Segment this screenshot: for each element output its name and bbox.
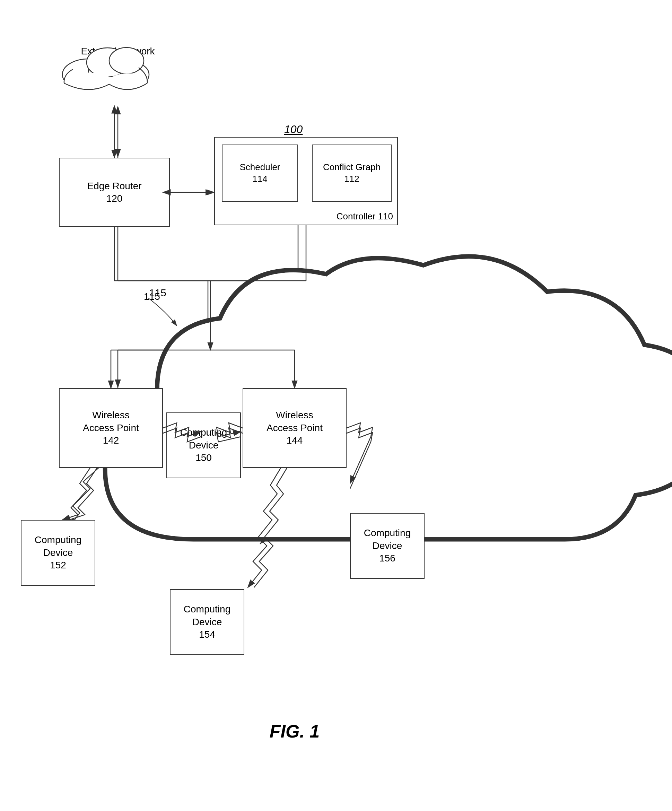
wap142-node: Wireless Access Point 142 bbox=[59, 388, 163, 468]
edge-router-number: 120 bbox=[106, 192, 123, 205]
figure-label: FIG. 1 bbox=[225, 721, 364, 742]
edge-router-node: Edge Router 120 bbox=[59, 158, 170, 227]
scheduler-label: Scheduler bbox=[239, 161, 280, 173]
cd156-number: 156 bbox=[379, 552, 395, 565]
cd152-number: 152 bbox=[50, 559, 66, 572]
cd154-number: 154 bbox=[199, 628, 215, 641]
wap144-node: Wireless Access Point 144 bbox=[243, 388, 346, 468]
conflict-graph-label: Conflict Graph bbox=[323, 161, 380, 173]
external-network-node: External Network 130 bbox=[52, 28, 184, 114]
scheduler-node: Scheduler 114 bbox=[222, 144, 298, 202]
conflict-graph-node: Conflict Graph 112 bbox=[312, 144, 392, 202]
cd154-label: Computing Device bbox=[184, 603, 231, 628]
cd152-label: Computing Device bbox=[35, 534, 81, 559]
cd156-node: Computing Device 156 bbox=[350, 513, 424, 579]
arrow-115-label: 115 bbox=[144, 291, 160, 302]
diagram-number: 100 bbox=[284, 123, 302, 136]
conflict-graph-number: 112 bbox=[344, 173, 359, 185]
cd150-number: 150 bbox=[195, 451, 212, 464]
cd150-label: Computing Device bbox=[180, 426, 227, 451]
scheduler-number: 114 bbox=[252, 173, 267, 185]
external-network-number: 130 bbox=[52, 58, 184, 70]
cd152-node: Computing Device 152 bbox=[21, 520, 95, 586]
cd156-label: Computing Device bbox=[364, 527, 411, 552]
external-network-label: External Network bbox=[52, 45, 184, 58]
wap144-label: Wireless Access Point bbox=[266, 409, 322, 434]
controller-node: Scheduler 114 Conflict Graph 112 Control… bbox=[214, 137, 398, 225]
wap144-number: 144 bbox=[287, 434, 303, 447]
diagram: External Network 130 Edge Router 120 Sch… bbox=[0, 0, 672, 811]
cd154-node: Computing Device 154 bbox=[170, 589, 244, 655]
wap142-label: Wireless Access Point bbox=[83, 409, 139, 434]
controller-label: Controller 110 bbox=[336, 211, 393, 222]
edge-router-label: Edge Router bbox=[87, 180, 141, 192]
cd150-node: Computing Device 150 bbox=[166, 412, 241, 478]
wap142-number: 142 bbox=[103, 434, 119, 447]
